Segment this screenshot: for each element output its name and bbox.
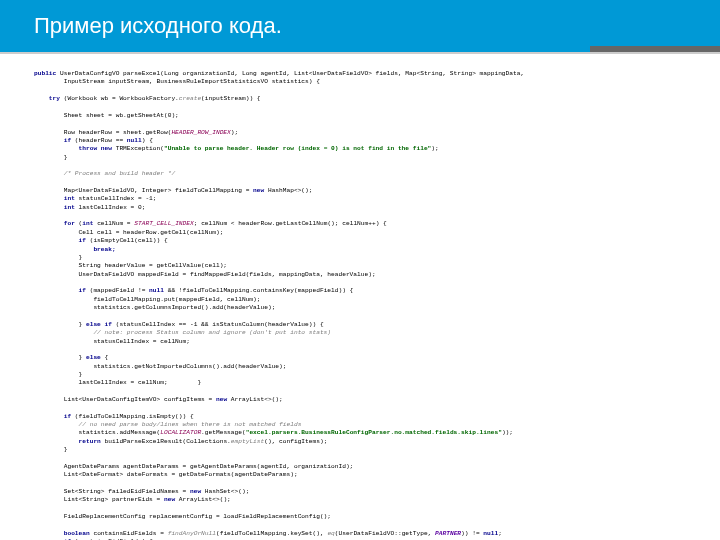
- l6c: null: [127, 137, 142, 144]
- sig2: InputStream inputStream, BusinessRuleImp…: [34, 78, 320, 85]
- l33e: ));: [502, 429, 513, 436]
- l20c: null: [149, 287, 164, 294]
- l4: Sheet sheet = wb.getSheetAt(0);: [34, 112, 179, 119]
- l19: UserDataFieldVO mappedField = findMapped…: [34, 271, 376, 278]
- l33b: LOCALIZATOR: [160, 429, 201, 436]
- l9: /* Process and build header */: [34, 170, 175, 177]
- l41b: containsEidFields =: [90, 530, 168, 537]
- l41a: boolean: [34, 530, 90, 537]
- l23c: (statusCellIndex == -1 && isStatusColumn…: [112, 321, 324, 328]
- l7c: "Unable to parse header. Header row (ind…: [164, 145, 431, 152]
- l26a: }: [34, 354, 86, 361]
- l38b: new: [190, 488, 201, 495]
- l20b: (mappedField !=: [86, 287, 149, 294]
- l10a: Map<UserDataFieldVO, Integer> fieldToCel…: [34, 187, 253, 194]
- l17: }: [34, 254, 82, 261]
- l22: statistics.getColumnsImported().add(head…: [34, 304, 275, 311]
- l11a: int: [34, 195, 75, 202]
- l41j: ;: [498, 530, 502, 537]
- l13d: cellNum =: [93, 220, 134, 227]
- l28: }: [34, 371, 82, 378]
- l33a: statistics.addMessage(: [34, 429, 160, 436]
- l31b: (fieldToCellMapping.isEmpty()) {: [71, 413, 194, 420]
- l18: String headerValue = getCellValue(cell);: [34, 262, 227, 269]
- l29: lastCellIndex = cellNum; }: [34, 379, 201, 386]
- l34d: (), configItems);: [264, 438, 327, 445]
- code-sample: public UserDataConfigVO parseExcel(Long …: [0, 52, 720, 540]
- l27: statistics.getNotImportedColumns().add(h…: [34, 363, 287, 370]
- l41i: null: [483, 530, 498, 537]
- l11b: statusCellIndex = -1;: [75, 195, 157, 202]
- l12b: lastCellIndex = 0;: [75, 204, 146, 211]
- l38c: HashSet<>();: [201, 488, 249, 495]
- t1c: create: [179, 95, 201, 102]
- l7a: throw new: [34, 145, 112, 152]
- l26c: {: [101, 354, 108, 361]
- l7b: TRMException(: [112, 145, 164, 152]
- l7d: );: [431, 145, 438, 152]
- l24: // note: process Status column and ignor…: [34, 329, 331, 336]
- l41c: findAnyOrNull: [168, 530, 216, 537]
- l20d: && !fieldToCellMapping.containsKey(mappe…: [164, 287, 353, 294]
- l13f: ; cellNum < headerRow.getLastCellNum(); …: [194, 220, 387, 227]
- l38a: Set<String> failedEidFieldNames =: [34, 488, 190, 495]
- l15b: (isEmptyCell(cell)) {: [86, 237, 168, 244]
- l41g: PARTNER: [435, 530, 461, 537]
- slide-header: Пример исходного кода.: [0, 0, 720, 52]
- l31a: if: [34, 413, 71, 420]
- l23a: }: [34, 321, 86, 328]
- l5c: );: [231, 129, 238, 136]
- l10c: HashMap<>();: [264, 187, 312, 194]
- l26b: else: [86, 354, 101, 361]
- l39a: List<String> partnerEids =: [34, 496, 164, 503]
- sig: UserDataConfigVO parseExcel(Long organiz…: [56, 70, 524, 77]
- l34b: buildParseExcelResult(Collections.: [101, 438, 231, 445]
- l8: }: [34, 154, 67, 161]
- t1d: (inputStream)) {: [201, 95, 260, 102]
- l34c: emptyList: [231, 438, 264, 445]
- l25: statusCellIndex = cellNum;: [34, 338, 190, 345]
- l35: }: [34, 446, 67, 453]
- l39c: ArrayList<>();: [175, 496, 231, 503]
- l6d: ) {: [142, 137, 153, 144]
- l41h: )) !=: [461, 530, 483, 537]
- l21: fieldToCellMapping.put(mappedField, cell…: [34, 296, 261, 303]
- slide-title: Пример исходного кода.: [34, 13, 282, 39]
- l5a: Row headerRow = sheet.getRow(: [34, 129, 171, 136]
- kw-try: try: [34, 95, 60, 102]
- l10b: new: [253, 187, 264, 194]
- l13c: int: [82, 220, 93, 227]
- l41d: (fieldToCellMapping.keySet(),: [216, 530, 327, 537]
- l34a: return: [34, 438, 101, 445]
- l12a: int: [34, 204, 75, 211]
- l13a: for: [34, 220, 75, 227]
- l30c: ArrayList<>();: [227, 396, 283, 403]
- l16: break;: [34, 246, 116, 253]
- l5b: HEADER_ROW_INDEX: [171, 129, 230, 136]
- l6b: (headerRow ==: [71, 137, 127, 144]
- kw-public: public: [34, 70, 56, 77]
- l23b: else if: [86, 321, 112, 328]
- l36: AgentDateParams agentDateParams = getAge…: [34, 463, 353, 470]
- l15a: if: [34, 237, 86, 244]
- l30a: List<UserDataConfigItemVO> configItems =: [34, 396, 216, 403]
- l41e: eq: [327, 530, 334, 537]
- l33d: "excel.parsers.BusinessRuleConfigParser.…: [246, 429, 502, 436]
- l32: // no need parse body/lines when there i…: [34, 421, 301, 428]
- t1: (Workbook wb = WorkbookFactory.: [60, 95, 179, 102]
- l20a: if: [34, 287, 86, 294]
- l39b: new: [164, 496, 175, 503]
- l33c: .getMessage(: [201, 429, 246, 436]
- l37: List<DateFormat> dateFormats = getDateFo…: [34, 471, 298, 478]
- l40: FieldReplacementConfig replacementConfig…: [34, 513, 331, 520]
- l14: Cell cell = headerRow.getCell(cellNum);: [34, 229, 223, 236]
- l13e: START_CELL_INDEX: [134, 220, 193, 227]
- l6a: if: [34, 137, 71, 144]
- l41f: (UserDataFieldVO::getType,: [335, 530, 435, 537]
- l30b: new: [216, 396, 227, 403]
